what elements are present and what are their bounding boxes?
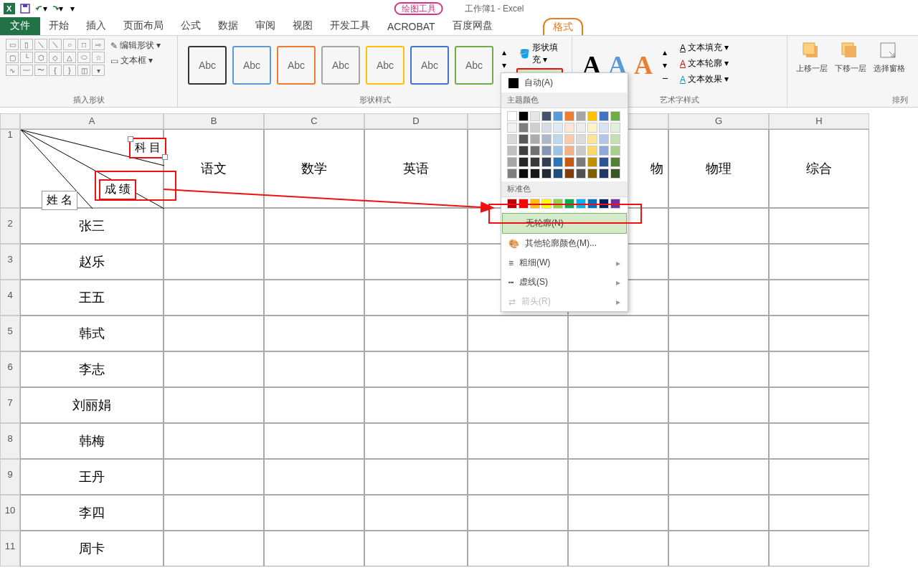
row-header[interactable]: 3 bbox=[0, 244, 20, 280]
color-swatch[interactable] bbox=[576, 146, 586, 156]
cell[interactable] bbox=[264, 495, 364, 531]
color-swatch[interactable] bbox=[587, 169, 597, 179]
menu-no-outline[interactable]: 无轮廓(N) bbox=[502, 213, 627, 234]
cell[interactable] bbox=[668, 280, 769, 316]
style-preset-4[interactable]: Abc bbox=[321, 46, 360, 85]
shape-rrect-icon[interactable]: ▢ bbox=[6, 52, 19, 63]
cell[interactable]: 刘丽娟 bbox=[20, 387, 164, 423]
selection-pane-button[interactable]: 选择窗格 bbox=[874, 42, 905, 74]
shape-rect-icon[interactable]: □ bbox=[77, 39, 90, 50]
cell[interactable] bbox=[364, 387, 468, 423]
color-swatch[interactable] bbox=[519, 146, 529, 156]
qat-customize-icon[interactable]: ▾ bbox=[66, 2, 79, 15]
cell[interactable] bbox=[668, 423, 769, 459]
color-swatch[interactable] bbox=[564, 146, 574, 156]
style-preset-5[interactable]: Abc bbox=[366, 46, 404, 85]
cell[interactable] bbox=[668, 316, 769, 351]
cell[interactable] bbox=[568, 387, 668, 423]
color-swatch[interactable] bbox=[599, 111, 609, 121]
cell[interactable] bbox=[668, 495, 769, 531]
color-swatch[interactable] bbox=[610, 146, 620, 156]
tab-formulas[interactable]: 公式 bbox=[172, 16, 209, 35]
tab-page-layout[interactable]: 页面布局 bbox=[115, 16, 172, 35]
cell[interactable] bbox=[164, 459, 264, 495]
color-swatch[interactable] bbox=[541, 199, 552, 209]
shape-fill-button[interactable]: 🪣形状填充 ▾ bbox=[516, 40, 563, 67]
shape-free-icon[interactable]: 〰 bbox=[20, 65, 33, 76]
color-swatch[interactable] bbox=[553, 169, 563, 179]
cell[interactable] bbox=[769, 351, 869, 387]
cell[interactable] bbox=[364, 316, 468, 351]
color-swatch[interactable] bbox=[599, 146, 609, 156]
color-swatch[interactable] bbox=[564, 123, 574, 133]
color-swatch[interactable] bbox=[576, 134, 586, 144]
cell[interactable]: 赵乐 bbox=[20, 244, 164, 280]
color-swatch[interactable] bbox=[576, 199, 586, 209]
color-swatch[interactable] bbox=[530, 169, 540, 179]
color-swatch[interactable] bbox=[599, 157, 609, 167]
cell[interactable] bbox=[264, 316, 364, 351]
color-swatch[interactable] bbox=[519, 123, 529, 133]
color-swatch[interactable] bbox=[599, 199, 609, 209]
color-swatch[interactable] bbox=[530, 146, 540, 156]
cell[interactable] bbox=[468, 351, 568, 387]
cell[interactable] bbox=[769, 208, 869, 244]
cell[interactable] bbox=[264, 459, 364, 495]
tab-home[interactable]: 开始 bbox=[40, 16, 77, 35]
color-swatch[interactable] bbox=[519, 199, 529, 209]
color-swatch[interactable] bbox=[553, 134, 563, 144]
row-header[interactable]: 2 bbox=[0, 208, 20, 244]
cell[interactable]: 张三 bbox=[20, 208, 164, 244]
cell[interactable]: 王丹 bbox=[20, 459, 164, 495]
cell[interactable] bbox=[164, 351, 264, 387]
textbox-xingming[interactable]: 姓 名 bbox=[42, 191, 77, 210]
shape-line2-icon[interactable]: ＼ bbox=[49, 39, 62, 50]
color-swatch[interactable] bbox=[507, 111, 517, 121]
cell[interactable] bbox=[468, 531, 568, 566]
row-header[interactable]: 4 bbox=[0, 280, 20, 316]
shape-cylinder-icon[interactable]: ⬭ bbox=[77, 52, 90, 63]
cell-c1[interactable]: 数学 bbox=[264, 129, 364, 208]
color-swatch[interactable] bbox=[599, 123, 609, 133]
cell[interactable] bbox=[568, 351, 668, 387]
style-preset-3[interactable]: Abc bbox=[277, 46, 316, 85]
row-header[interactable]: 1 bbox=[0, 129, 20, 208]
tab-baidu[interactable]: 百度网盘 bbox=[444, 16, 501, 35]
textbox-chengji[interactable]: 成 绩 bbox=[99, 179, 136, 200]
cell[interactable] bbox=[264, 244, 364, 280]
cell-h1[interactable]: 综合 bbox=[769, 129, 869, 208]
color-swatch[interactable] bbox=[587, 123, 597, 133]
cell[interactable] bbox=[264, 351, 364, 387]
cell[interactable] bbox=[668, 244, 769, 280]
color-swatch[interactable] bbox=[610, 123, 620, 133]
cell[interactable] bbox=[468, 316, 568, 351]
color-swatch[interactable] bbox=[564, 134, 574, 144]
color-swatch[interactable] bbox=[541, 169, 552, 179]
text-outline-button[interactable]: A文本轮廓 ▾ bbox=[677, 56, 732, 71]
color-swatch[interactable] bbox=[530, 157, 540, 167]
shape-textbox-icon[interactable]: ▭ bbox=[6, 39, 19, 50]
color-swatch[interactable] bbox=[576, 111, 586, 121]
textbox-kemu[interactable]: 科 目 bbox=[129, 138, 166, 158]
color-swatch[interactable] bbox=[553, 146, 563, 156]
menu-weight[interactable]: ≡粗细(W)▸ bbox=[501, 253, 628, 272]
cell[interactable] bbox=[668, 531, 769, 566]
tab-acrobat[interactable]: ACROBAT bbox=[379, 18, 444, 35]
color-swatch[interactable] bbox=[610, 111, 620, 121]
shape-lbrace-icon[interactable]: { bbox=[49, 65, 62, 76]
color-swatch[interactable] bbox=[587, 146, 597, 156]
cell[interactable] bbox=[364, 423, 468, 459]
cell[interactable] bbox=[164, 316, 264, 351]
col-header-a[interactable]: A bbox=[20, 113, 164, 129]
undo-icon[interactable]: ▾ bbox=[34, 2, 47, 15]
send-backward-button[interactable]: 下移一层 bbox=[835, 42, 866, 74]
color-swatch[interactable] bbox=[587, 199, 597, 209]
color-swatch[interactable] bbox=[519, 134, 529, 144]
bring-forward-button[interactable]: 上移一层 bbox=[796, 42, 828, 74]
shape-triangle-icon[interactable]: △ bbox=[63, 52, 76, 63]
menu-auto-color[interactable]: 自动(A) bbox=[501, 73, 628, 93]
row-header[interactable]: 10 bbox=[0, 495, 20, 531]
cell[interactable] bbox=[568, 459, 668, 495]
cell[interactable] bbox=[164, 423, 264, 459]
row-header[interactable]: 6 bbox=[0, 351, 20, 387]
